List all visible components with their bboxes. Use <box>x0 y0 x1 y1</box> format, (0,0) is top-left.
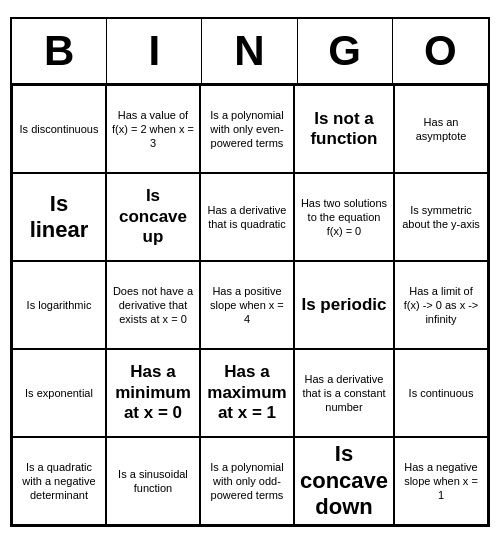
bingo-cell-15[interactable]: Is exponential <box>12 349 106 437</box>
header-letter-n: N <box>202 19 297 83</box>
bingo-cell-7[interactable]: Has a derivative that is quadratic <box>200 173 294 261</box>
bingo-cell-0[interactable]: Is discontinuous <box>12 85 106 173</box>
bingo-cell-21[interactable]: Is a sinusoidal function <box>106 437 200 525</box>
bingo-cell-12[interactable]: Has a positive slope when x = 4 <box>200 261 294 349</box>
bingo-grid: Is discontinuousHas a value of f(x) = 2 … <box>12 85 488 525</box>
bingo-cell-16[interactable]: Has a minimum at x = 0 <box>106 349 200 437</box>
bingo-cell-9[interactable]: Is symmetric about the y-axis <box>394 173 488 261</box>
header-letter-o: O <box>393 19 488 83</box>
header-letter-b: B <box>12 19 107 83</box>
bingo-cell-11[interactable]: Does not have a derivative that exists a… <box>106 261 200 349</box>
bingo-cell-1[interactable]: Has a value of f(x) = 2 when x = 3 <box>106 85 200 173</box>
bingo-cell-23[interactable]: Is concave down <box>294 437 394 525</box>
bingo-header: BINGO <box>12 19 488 85</box>
bingo-cell-22[interactable]: Is a polynomial with only odd-powered te… <box>200 437 294 525</box>
bingo-cell-5[interactable]: Is linear <box>12 173 106 261</box>
bingo-cell-24[interactable]: Has a negative slope when x = 1 <box>394 437 488 525</box>
bingo-cell-19[interactable]: Is continuous <box>394 349 488 437</box>
bingo-cell-13[interactable]: Is periodic <box>294 261 394 349</box>
bingo-card: BINGO Is discontinuousHas a value of f(x… <box>10 17 490 527</box>
bingo-cell-3[interactable]: Is not a function <box>294 85 394 173</box>
bingo-cell-17[interactable]: Has a maximum at x = 1 <box>200 349 294 437</box>
bingo-cell-6[interactable]: Is concave up <box>106 173 200 261</box>
bingo-cell-20[interactable]: Is a quadratic with a negative determina… <box>12 437 106 525</box>
header-letter-i: I <box>107 19 202 83</box>
bingo-cell-14[interactable]: Has a limit of f(x) -> 0 as x -> infinit… <box>394 261 488 349</box>
bingo-cell-10[interactable]: Is logarithmic <box>12 261 106 349</box>
bingo-cell-8[interactable]: Has two solutions to the equation f(x) =… <box>294 173 394 261</box>
bingo-cell-2[interactable]: Is a polynomial with only even-powered t… <box>200 85 294 173</box>
bingo-cell-4[interactable]: Has an asymptote <box>394 85 488 173</box>
bingo-cell-18[interactable]: Has a derivative that is a constant numb… <box>294 349 394 437</box>
header-letter-g: G <box>298 19 393 83</box>
